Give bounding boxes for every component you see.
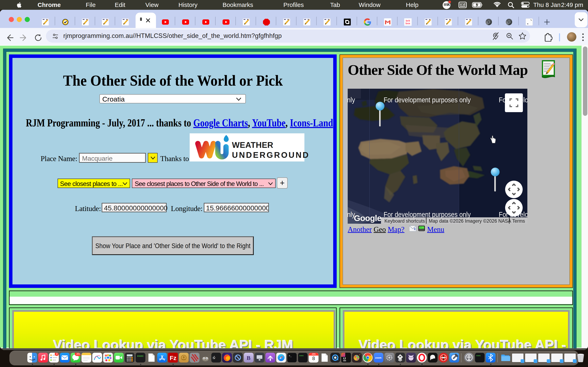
- svg-text:Fz: Fz: [170, 355, 176, 361]
- svg-text:exec: exec: [476, 355, 481, 357]
- svg-text:>_: >_: [289, 355, 292, 358]
- svg-text:zoom: zoom: [375, 356, 381, 359]
- svg-text:123: 123: [420, 226, 422, 228]
- svg-text:exec: exec: [299, 355, 304, 357]
- svg-text:E: E: [414, 227, 416, 231]
- svg-text:B: B: [247, 355, 251, 361]
- svg-text:tv: tv: [213, 356, 215, 360]
- svg-text:exec: exec: [137, 355, 144, 358]
- svg-text:IJ: IJ: [343, 357, 346, 360]
